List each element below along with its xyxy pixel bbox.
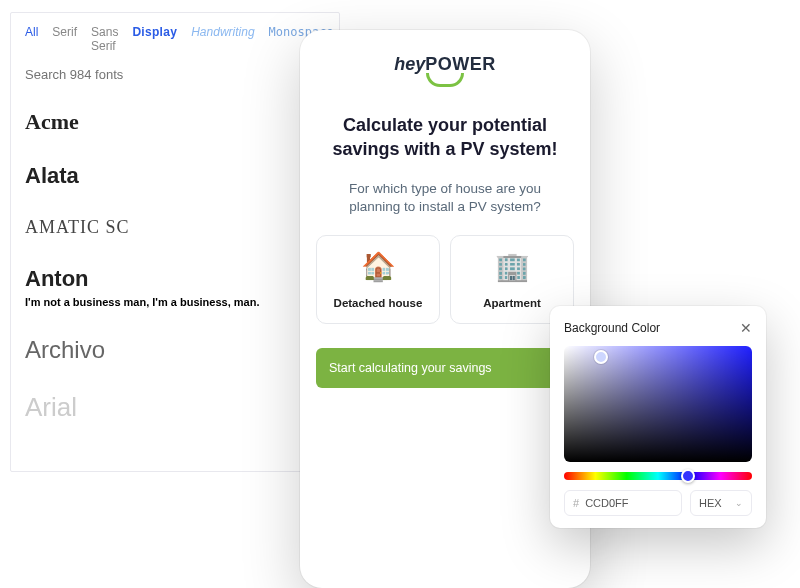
start-calculating-button[interactable]: Start calculating your savings [316, 348, 574, 388]
hex-input[interactable]: # CCD0FF [564, 490, 682, 516]
font-list: Acme Alata Amatic SC Anton I'm not a bus… [11, 95, 339, 437]
logo-power: POWER [425, 54, 496, 74]
color-value-inputs: # CCD0FF HEX ⌄ [564, 490, 752, 516]
tab-all[interactable]: All [25, 25, 38, 53]
search-input[interactable] [25, 67, 325, 82]
page-title: Calculate your potential savings with a … [300, 93, 590, 174]
font-name: Archivo [25, 336, 325, 364]
option-detached-house[interactable]: 🏠 Detached house [316, 235, 440, 324]
font-category-tabs: All Serif Sans Serif Display Handwriting… [11, 13, 339, 57]
page-subtitle: For which type of house are you planning… [300, 174, 590, 236]
tab-display[interactable]: Display [132, 25, 177, 53]
brand-logo: heyPOWER [300, 54, 590, 87]
tab-sans-serif[interactable]: Sans Serif [91, 25, 118, 53]
color-picker-title: Background Color [564, 321, 660, 335]
font-item-arial[interactable]: Arial [25, 378, 325, 437]
option-label: Detached house [334, 297, 423, 309]
hex-value: CCD0FF [585, 497, 628, 509]
logo-smile-icon [426, 73, 464, 87]
chevron-down-icon: ⌄ [735, 498, 743, 508]
color-picker-popup: Background Color ✕ # CCD0FF HEX ⌄ [550, 306, 766, 528]
option-label: Apartment [483, 297, 541, 309]
hue-slider[interactable] [564, 472, 752, 480]
font-name: Anton [25, 266, 325, 292]
font-name: Alata [25, 163, 325, 189]
close-icon[interactable]: ✕ [740, 320, 752, 336]
color-picker-header: Background Color ✕ [564, 320, 752, 336]
color-format-select[interactable]: HEX ⌄ [690, 490, 752, 516]
phone-preview: heyPOWER Calculate your potential saving… [300, 30, 590, 588]
font-search-wrapper [11, 57, 339, 95]
building-icon: 🏢 [459, 250, 565, 283]
format-label: HEX [699, 497, 722, 509]
tab-handwriting[interactable]: Handwriting [191, 25, 254, 53]
color-handle[interactable] [594, 350, 608, 364]
house-icon: 🏠 [325, 250, 431, 283]
font-item-anton[interactable]: Anton I'm not a business man, I'm a busi… [25, 252, 325, 322]
font-item-amatic[interactable]: Amatic SC [25, 203, 325, 252]
tab-serif[interactable]: Serif [52, 25, 77, 53]
font-item-alata[interactable]: Alata [25, 149, 325, 203]
hash-label: # [573, 497, 579, 509]
font-name: Amatic SC [25, 217, 325, 238]
house-type-options: 🏠 Detached house 🏢 Apartment [300, 235, 590, 324]
font-name: Acme [25, 109, 325, 135]
font-item-acme[interactable]: Acme [25, 95, 325, 149]
logo-hey: hey [394, 54, 425, 74]
font-name: Arial [25, 392, 325, 423]
saturation-value-area[interactable] [564, 346, 752, 462]
font-picker-panel: All Serif Sans Serif Display Handwriting… [10, 12, 340, 472]
hue-handle[interactable] [681, 469, 695, 483]
font-sample-text: I'm not a business man, I'm a business, … [25, 296, 325, 308]
font-item-archivo[interactable]: Archivo [25, 322, 325, 378]
